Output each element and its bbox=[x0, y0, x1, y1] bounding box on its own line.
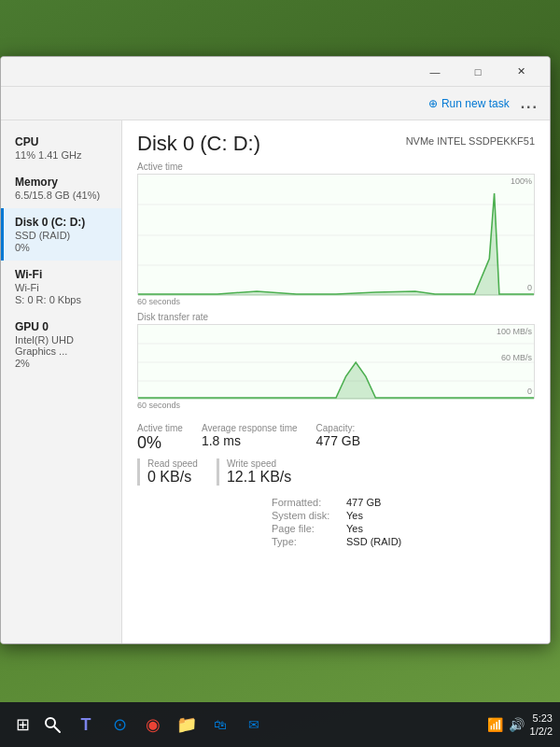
chart2-y-min: 0 bbox=[527, 387, 532, 396]
taskbar-icon-explorer[interactable]: 📁 bbox=[172, 710, 202, 740]
run-new-task-button[interactable]: ⊕ Run new task bbox=[428, 97, 510, 110]
taskbar-icons: T ⊙ ◉ 📁 🛍 ✉ bbox=[37, 710, 487, 740]
start-button[interactable]: ⊞ bbox=[7, 710, 37, 740]
taskbar-icon-search[interactable] bbox=[37, 710, 67, 740]
svg-line-9 bbox=[54, 726, 60, 732]
tray-date-value: 1/2/2 bbox=[530, 725, 553, 738]
active-time-label: Active time bbox=[137, 423, 183, 433]
chart1-x-label: 60 seconds bbox=[137, 297, 535, 306]
teams-icon: T bbox=[81, 715, 91, 735]
systemdisk-val: Yes bbox=[346, 510, 363, 521]
active-time-chart: 100% 0 bbox=[137, 174, 535, 295]
taskbar-icon-store[interactable]: 🛍 bbox=[205, 710, 235, 740]
systemdisk-key: System disk: bbox=[272, 510, 346, 521]
chart2-x-label: 60 seconds bbox=[137, 401, 535, 410]
detail-header: Disk 0 (C: D:) NVMe INTEL SSDPEKKF51 bbox=[122, 120, 550, 162]
main-content: CPU 11% 1.41 GHz Memory 6.5/15.8 GB (41%… bbox=[1, 120, 550, 643]
mail-icon: ✉ bbox=[248, 717, 259, 732]
minimize-button[interactable]: — bbox=[413, 57, 456, 87]
sidebar: CPU 11% 1.41 GHz Memory 6.5/15.8 GB (41%… bbox=[1, 120, 122, 643]
maximize-button[interactable]: □ bbox=[456, 57, 499, 87]
pagefile-key: Page file: bbox=[272, 523, 346, 534]
tray-clock: 5:23 1/2/2 bbox=[530, 712, 553, 739]
capacity-value: 477 GB bbox=[316, 433, 360, 448]
chart2-y-mid: 60 MB/s bbox=[501, 353, 532, 362]
sidebar-item-gpu[interactable]: GPU 0 Intel(R) UHD Graphics ... 2% bbox=[1, 313, 121, 376]
info-table: Formatted: 477 GB System disk: Yes Page … bbox=[122, 493, 550, 560]
taskbar-icon-chrome[interactable]: ◉ bbox=[138, 710, 168, 740]
info-row-formatted: Formatted: 477 GB bbox=[272, 497, 535, 508]
chart1-y-min: 0 bbox=[527, 283, 532, 292]
search-icon bbox=[43, 715, 62, 734]
run-icon: ⊕ bbox=[428, 97, 438, 110]
sidebar-item-wifi[interactable]: Wi-Fi Wi-Fi S: 0 R: 0 Kbps bbox=[1, 261, 121, 313]
speed-row: Read speed 0 KB/s Write speed 12.1 KB/s bbox=[122, 457, 550, 493]
write-speed-label: Write speed bbox=[227, 458, 291, 469]
more-options-button[interactable]: ... bbox=[521, 95, 539, 112]
sidebar-item-cpu[interactable]: CPU 11% 1.41 GHz bbox=[1, 128, 121, 168]
type-val: SSD (RAID) bbox=[346, 536, 401, 547]
title-bar: — □ ✕ bbox=[1, 57, 550, 87]
type-key: Type: bbox=[272, 536, 346, 547]
chart1-svg bbox=[138, 175, 534, 296]
wifi-icon: 📶 bbox=[487, 717, 503, 732]
toolbar: ⊕ Run new task ... bbox=[1, 87, 550, 120]
window-controls: — □ ✕ bbox=[413, 57, 542, 87]
task-manager-window: — □ ✕ ⊕ Run new task ... CPU 11% 1.41 GH… bbox=[0, 56, 551, 644]
active-time-value: 0% bbox=[137, 433, 183, 453]
info-row-pagefile: Page file: Yes bbox=[272, 523, 535, 534]
sidebar-item-memory[interactable]: Memory 6.5/15.8 GB (41%) bbox=[1, 168, 121, 208]
capacity-label: Capacity: bbox=[316, 423, 360, 433]
chart2-svg bbox=[138, 325, 534, 400]
taskbar-icon-edge[interactable]: ⊙ bbox=[105, 710, 134, 740]
chart1-label: Active time bbox=[137, 162, 535, 172]
detail-title: Disk 0 (C: D:) bbox=[137, 132, 260, 156]
response-time-value: 1.8 ms bbox=[202, 433, 298, 448]
response-time-stat: Average response time 1.8 ms bbox=[202, 423, 298, 453]
read-speed-label: Read speed bbox=[147, 458, 198, 469]
detail-panel: Disk 0 (C: D:) NVMe INTEL SSDPEKKF51 Act… bbox=[122, 120, 550, 643]
info-row-type: Type: SSD (RAID) bbox=[272, 536, 535, 547]
run-new-task-label: Run new task bbox=[441, 97, 510, 110]
volume-icon: 🔊 bbox=[509, 717, 525, 732]
svg-marker-3 bbox=[138, 193, 534, 296]
read-speed-item: Read speed 0 KB/s bbox=[137, 458, 198, 486]
transfer-rate-chart: 100 MB/s 60 MB/s 0 bbox=[137, 324, 535, 399]
taskbar-icon-teams[interactable]: T bbox=[71, 710, 101, 740]
response-time-label: Average response time bbox=[202, 423, 298, 433]
tray-time-value: 5:23 bbox=[530, 712, 553, 725]
detail-subtitle: NVMe INTEL SSDPEKKF51 bbox=[406, 135, 535, 147]
pagefile-val: Yes bbox=[346, 523, 363, 534]
capacity-stat: Capacity: 477 GB bbox=[316, 423, 360, 453]
transfer-rate-chart-section: Disk transfer rate 100 MB/s 60 MB/s 0 bbox=[122, 312, 550, 410]
taskbar-icon-mail[interactable]: ✉ bbox=[239, 710, 269, 740]
chrome-icon: ◉ bbox=[146, 714, 161, 735]
store-icon: 🛍 bbox=[214, 717, 227, 732]
formatted-val: 477 GB bbox=[346, 497, 381, 508]
chart1-y-max: 100% bbox=[511, 176, 532, 186]
explorer-icon: 📁 bbox=[176, 714, 197, 735]
stats-row: Active time 0% Average response time 1.8… bbox=[122, 416, 550, 457]
write-speed-value: 12.1 KB/s bbox=[227, 469, 291, 486]
write-speed-item: Write speed 12.1 KB/s bbox=[217, 458, 291, 486]
active-time-stat: Active time 0% bbox=[137, 423, 183, 453]
taskbar-tray: 📶 🔊 5:23 1/2/2 bbox=[487, 712, 553, 739]
formatted-key: Formatted: bbox=[272, 497, 346, 508]
active-time-chart-section: Active time 100% 0 bbox=[122, 162, 550, 306]
windows-icon: ⊞ bbox=[16, 714, 30, 735]
read-speed-value: 0 KB/s bbox=[147, 469, 198, 486]
taskbar: ⊞ T ⊙ ◉ 📁 🛍 ✉ 📶 🔊 5:23 bbox=[0, 702, 560, 747]
chart2-label: Disk transfer rate bbox=[137, 312, 535, 322]
edge-icon: ⊙ bbox=[113, 714, 127, 735]
info-row-systemdisk: System disk: Yes bbox=[272, 510, 535, 521]
chart2-y-max: 100 MB/s bbox=[497, 327, 532, 336]
close-button[interactable]: ✕ bbox=[499, 57, 542, 87]
sidebar-item-disk[interactable]: Disk 0 (C: D:) SSD (RAID) 0% bbox=[1, 208, 121, 261]
